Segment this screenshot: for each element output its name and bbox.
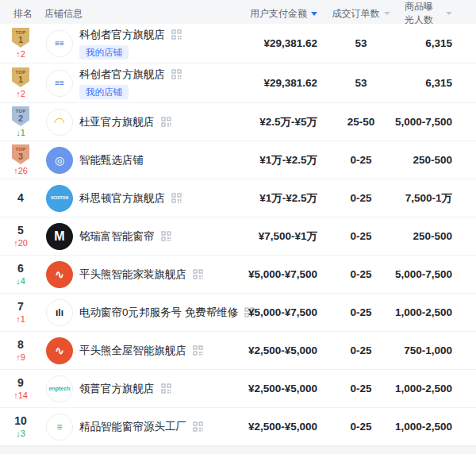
shop-info-cell: ◎ 智能甄选店铺 [41,147,230,174]
payment-value: ¥2,500-¥5,000 [248,383,317,394]
shop-name-line: 电动窗帘0元邦服务号 免费帮维修 [79,306,230,320]
shop-logo: M [46,223,73,250]
orders-value: 0-25 [350,154,371,166]
payment-cell: ¥7,500-¥1万 [230,229,317,244]
payment-cell: ¥29,381.62 [230,37,317,49]
rank-cell: TOP 3 ↑26 [0,144,41,175]
shop-logo: ◎ [46,147,73,174]
top-badge-number: 1 [18,75,23,84]
exposure-cell: 5,000-7,500 [405,116,452,128]
shop-info-cell: ≡ 精品智能窗帘源头工厂 [41,414,230,441]
shop-logo-glyph: ≡ [56,422,62,432]
rank-number: 7 [17,301,24,313]
exposure-cell: 750-1,000 [405,344,452,356]
qr-code-icon[interactable] [161,117,171,127]
table-row[interactable]: 4 SCISTON 科思顿官方旗舰店 [0,179,476,217]
table-row[interactable]: 10 ↓3 ≡ 精品智能窗帘源头工厂 [0,408,476,446]
shop-name-line: 科创者官方旗舰店 [79,28,182,42]
rank-change: ↑2 [16,89,25,98]
sort-idle-icon[interactable] [384,12,390,15]
shop-name: 科思顿官方旗舰店 [79,191,165,206]
orders-value: 0-25 [350,383,371,394]
top-rank-badge: TOP 3 [12,144,29,164]
shop-text-block: 铭瑞富智能窗帘 [79,229,171,244]
shop-name-line: 杜亚官方旗舰店 [79,115,171,129]
orders-cell: 0-25 [317,306,405,318]
sort-idle-icon[interactable] [446,12,452,15]
orders-cell: 53 [317,77,405,89]
rank-change: ↓4 [16,276,25,286]
rank-number: 9 [17,377,24,389]
shop-info-cell: M 铭瑞富智能窗帘 [41,223,230,250]
table-row[interactable]: TOP 1 ↑2 ≡≡ 科创者官方旗舰店 [0,24,476,63]
payment-cell: ¥1万-¥2.5万 [230,191,317,206]
payment-value: ¥2,500-¥5,000 [248,421,317,433]
qr-code-icon[interactable] [171,69,182,79]
rank-change: ↑9 [16,352,25,362]
table-row[interactable]: 8 ↑9 ∿ 平头熊全屋智能旗舰店 [0,332,476,370]
shop-text-block: 科创者官方旗舰店 [79,67,182,99]
shop-logo: SCISTON [46,185,73,212]
table-header: 排名 店铺信息 用户支付金额 成交订单数 商品曝光人数 [0,0,476,24]
payment-value: ¥5,000-¥7,500 [248,268,317,280]
payment-value: ¥1万-¥2.5万 [259,191,317,206]
column-header-payment[interactable]: 用户支付金额 [230,7,317,21]
exposure-cell: 1,000-2,500 [405,383,452,394]
payment-value: ¥2.5万-¥5万 [259,115,317,129]
shop-logo: ≡≡ [46,30,73,57]
exposure-cell: 1,000-2,500 [405,421,452,433]
shop-info-cell: ≡≡ 科创者官方旗舰店 [41,67,230,99]
qr-code-icon[interactable] [193,269,203,279]
shop-name-line: 科创者官方旗舰店 [79,67,182,82]
rank-change-value: 14 [18,391,28,400]
orders-value: 0-25 [350,192,371,204]
table-row[interactable]: TOP 2 ↓1 ◠ 杜亚官方旗舰店 [0,103,476,141]
exposure-header-label: 商品曝光人数 [405,0,442,27]
column-header-exposure[interactable]: 商品曝光人数 [405,0,452,27]
qr-code-icon[interactable] [193,421,203,432]
shop-info-cell: ∿ 平头熊智能家装旗舰店 [41,261,230,288]
payment-value: ¥29,381.62 [263,37,317,49]
rank-cell: 8 ↑9 [0,339,41,362]
table-row[interactable]: 5 ↑20 M 铭瑞富智能窗帘 [0,217,476,256]
exposure-value: 250-500 [413,230,452,242]
shop-logo: ≡≡ [46,70,73,97]
rank-cell: 10 ↓3 [0,415,41,438]
exposure-value: 250-500 [413,154,452,166]
exposure-value: 7,500-1万 [405,191,452,206]
shop-name: 智能甄选店铺 [79,153,144,167]
qr-code-icon[interactable] [171,29,182,40]
top-rank-badge: TOP 1 [12,67,29,87]
payment-cell: ¥2,500-¥5,000 [230,383,317,394]
table-row[interactable]: 6 ↓4 ∿ 平头熊智能家装旗舰店 [0,256,476,294]
shop-name-line: 精品智能窗帘源头工厂 [79,420,203,434]
rank-cell: 5 ↑20 [0,225,41,248]
shop-text-block: 领普官方旗舰店 [79,382,171,396]
shop-text-block: 平头熊全屋智能旗舰店 [79,344,203,358]
qr-code-icon[interactable] [161,231,171,241]
orders-cell: 0-25 [317,268,405,280]
table-row[interactable]: TOP 1 ↑2 ≡≡ 科创者官方旗舰店 [0,63,476,103]
qr-code-icon[interactable] [193,345,203,356]
column-header-rank: 排名 [0,7,41,21]
sort-desc-active-icon[interactable] [311,12,317,16]
rank-change-value: 2 [21,89,25,98]
shop-name-line: 平头熊全屋智能旗舰店 [79,344,203,358]
exposure-value: 1,000-2,500 [395,383,452,394]
shop-logo-glyph: ◠ [55,116,64,129]
table-row[interactable]: TOP 3 ↑26 ◎ 智能甄选店铺 ¥1万-¥2.5万 0-25 250-50… [0,141,476,179]
rank-change: ↓3 [16,429,25,438]
payment-cell: ¥2.5万-¥5万 [230,115,317,129]
shop-name: 科创者官方旗舰店 [79,28,165,42]
shop-logo: ◠ [46,109,73,136]
column-header-orders[interactable]: 成交订单数 [317,7,405,21]
table-row[interactable]: 9 ↑14 enptech 领普官方旗舰店 [0,370,476,408]
table-row[interactable]: 7 ↑1 ılı 电动窗帘0元邦服务号 免费帮维修 [0,294,476,332]
rank-change-value: 20 [18,238,28,248]
shop-logo: ∿ [46,337,73,364]
qr-code-icon[interactable] [161,383,171,394]
qr-code-icon[interactable] [171,193,182,203]
rank-number: 4 [17,192,24,204]
table-body: TOP 1 ↑2 ≡≡ 科创者官方旗舰店 [0,24,476,446]
shop-name-line: 平头熊智能家装旗舰店 [79,267,203,282]
